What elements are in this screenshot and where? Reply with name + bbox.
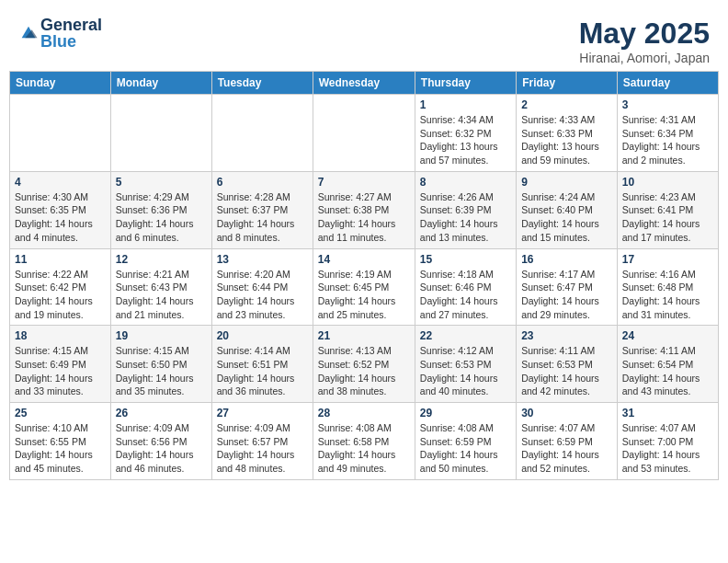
day-number: 4 — [15, 176, 106, 189]
day-cell: 5Sunrise: 4:29 AMSunset: 6:36 PMDaylight… — [110, 171, 211, 248]
day-cell: 4Sunrise: 4:30 AMSunset: 6:35 PMDaylight… — [10, 171, 111, 248]
day-info: Sunrise: 4:14 AMSunset: 6:51 PMDaylight:… — [217, 344, 308, 398]
day-cell: 26Sunrise: 4:09 AMSunset: 6:56 PMDayligh… — [110, 403, 211, 480]
day-number: 21 — [318, 329, 410, 342]
day-cell: 18Sunrise: 4:15 AMSunset: 6:49 PMDayligh… — [10, 326, 111, 403]
day-info: Sunrise: 4:23 AMSunset: 6:41 PMDaylight:… — [622, 190, 713, 245]
page-header: General Blue May 2025 Hiranai, Aomori, J… — [9, 9, 719, 71]
day-number: 31 — [622, 407, 713, 419]
week-row-4: 18Sunrise: 4:15 AMSunset: 6:49 PMDayligh… — [10, 326, 719, 403]
day-info: Sunrise: 4:13 AMSunset: 6:52 PMDaylight:… — [318, 344, 410, 398]
day-number: 26 — [116, 407, 207, 419]
day-number: 6 — [217, 176, 308, 189]
day-cell: 19Sunrise: 4:15 AMSunset: 6:50 PMDayligh… — [110, 326, 211, 403]
header-cell-sunday: Sunday — [10, 72, 111, 95]
day-cell: 15Sunrise: 4:18 AMSunset: 6:46 PMDayligh… — [415, 248, 516, 326]
day-info: Sunrise: 4:08 AMSunset: 6:59 PMDaylight:… — [420, 421, 511, 476]
day-info: Sunrise: 4:16 AMSunset: 6:48 PMDaylight:… — [622, 268, 713, 322]
logo-general-text: General — [40, 17, 102, 33]
day-cell: 14Sunrise: 4:19 AMSunset: 6:45 PMDayligh… — [313, 248, 415, 326]
day-info: Sunrise: 4:27 AMSunset: 6:38 PMDaylight:… — [318, 190, 410, 245]
day-info: Sunrise: 4:19 AMSunset: 6:45 PMDaylight:… — [318, 268, 410, 322]
day-cell: 31Sunrise: 4:07 AMSunset: 7:00 PMDayligh… — [617, 403, 718, 480]
day-number: 16 — [521, 253, 612, 266]
day-cell: 11Sunrise: 4:22 AMSunset: 6:42 PMDayligh… — [10, 248, 111, 326]
day-info: Sunrise: 4:11 AMSunset: 6:53 PMDaylight:… — [521, 344, 612, 398]
day-number: 5 — [116, 176, 207, 189]
day-info: Sunrise: 4:20 AMSunset: 6:44 PMDaylight:… — [217, 268, 308, 322]
day-info: Sunrise: 4:26 AMSunset: 6:39 PMDaylight:… — [420, 190, 511, 245]
day-cell: 24Sunrise: 4:11 AMSunset: 6:54 PMDayligh… — [617, 326, 718, 403]
day-cell: 13Sunrise: 4:20 AMSunset: 6:44 PMDayligh… — [211, 248, 313, 326]
title-block: May 2025 Hiranai, Aomori, Japan — [579, 17, 710, 65]
day-info: Sunrise: 4:09 AMSunset: 6:57 PMDaylight:… — [217, 421, 308, 476]
day-number: 2 — [521, 98, 612, 111]
day-info: Sunrise: 4:18 AMSunset: 6:46 PMDaylight:… — [420, 268, 511, 322]
day-number: 22 — [420, 329, 511, 342]
day-cell: 29Sunrise: 4:08 AMSunset: 6:59 PMDayligh… — [415, 403, 516, 480]
day-info: Sunrise: 4:33 AMSunset: 6:33 PMDaylight:… — [521, 113, 612, 167]
week-row-3: 11Sunrise: 4:22 AMSunset: 6:42 PMDayligh… — [10, 248, 719, 326]
day-info: Sunrise: 4:07 AMSunset: 7:00 PMDaylight:… — [622, 421, 713, 476]
day-number: 3 — [622, 98, 713, 111]
header-row: SundayMondayTuesdayWednesdayThursdayFrid… — [10, 72, 719, 95]
day-cell: 30Sunrise: 4:07 AMSunset: 6:59 PMDayligh… — [517, 403, 618, 480]
day-cell: 7Sunrise: 4:27 AMSunset: 6:38 PMDaylight… — [313, 171, 415, 248]
day-info: Sunrise: 4:09 AMSunset: 6:56 PMDaylight:… — [116, 421, 207, 476]
month-year-title: May 2025 — [579, 17, 710, 51]
day-info: Sunrise: 4:15 AMSunset: 6:50 PMDaylight:… — [116, 344, 207, 398]
day-info: Sunrise: 4:24 AMSunset: 6:40 PMDaylight:… — [521, 190, 612, 245]
calendar-header: SundayMondayTuesdayWednesdayThursdayFrid… — [10, 72, 719, 95]
day-cell: 2Sunrise: 4:33 AMSunset: 6:33 PMDaylight… — [517, 95, 618, 172]
day-cell: 22Sunrise: 4:12 AMSunset: 6:53 PMDayligh… — [415, 326, 516, 403]
day-cell: 3Sunrise: 4:31 AMSunset: 6:34 PMDaylight… — [617, 95, 718, 172]
day-number: 10 — [622, 176, 713, 189]
day-info: Sunrise: 4:11 AMSunset: 6:54 PMDaylight:… — [622, 344, 713, 398]
day-cell: 16Sunrise: 4:17 AMSunset: 6:47 PMDayligh… — [517, 248, 618, 326]
day-number: 7 — [318, 176, 410, 189]
day-cell: 1Sunrise: 4:34 AMSunset: 6:32 PMDaylight… — [415, 95, 516, 172]
day-cell: 6Sunrise: 4:28 AMSunset: 6:37 PMDaylight… — [211, 171, 313, 248]
day-info: Sunrise: 4:17 AMSunset: 6:47 PMDaylight:… — [521, 268, 612, 322]
day-cell: 20Sunrise: 4:14 AMSunset: 6:51 PMDayligh… — [211, 326, 313, 403]
calendar-table: SundayMondayTuesdayWednesdayThursdayFrid… — [9, 71, 719, 480]
day-info: Sunrise: 4:34 AMSunset: 6:32 PMDaylight:… — [420, 113, 511, 167]
day-info: Sunrise: 4:22 AMSunset: 6:42 PMDaylight:… — [15, 268, 106, 322]
header-cell-monday: Monday — [110, 72, 211, 95]
day-number: 29 — [420, 407, 511, 419]
header-cell-thursday: Thursday — [415, 72, 516, 95]
day-number: 9 — [521, 176, 612, 189]
day-info: Sunrise: 4:31 AMSunset: 6:34 PMDaylight:… — [622, 113, 713, 167]
day-number: 13 — [217, 253, 308, 266]
week-row-2: 4Sunrise: 4:30 AMSunset: 6:35 PMDaylight… — [10, 171, 719, 248]
day-info: Sunrise: 4:07 AMSunset: 6:59 PMDaylight:… — [521, 421, 612, 476]
calendar-body: 1Sunrise: 4:34 AMSunset: 6:32 PMDaylight… — [10, 95, 719, 480]
location-subtitle: Hiranai, Aomori, Japan — [579, 51, 710, 65]
header-cell-tuesday: Tuesday — [211, 72, 313, 95]
day-number: 24 — [622, 329, 713, 342]
day-number: 17 — [622, 253, 713, 266]
day-cell: 8Sunrise: 4:26 AMSunset: 6:39 PMDaylight… — [415, 171, 516, 248]
day-number: 30 — [521, 407, 612, 419]
day-cell: 25Sunrise: 4:10 AMSunset: 6:55 PMDayligh… — [10, 403, 111, 480]
day-cell: 9Sunrise: 4:24 AMSunset: 6:40 PMDaylight… — [517, 171, 618, 248]
logo-icon — [18, 23, 39, 43]
day-cell: 21Sunrise: 4:13 AMSunset: 6:52 PMDayligh… — [313, 326, 415, 403]
day-info: Sunrise: 4:29 AMSunset: 6:36 PMDaylight:… — [116, 190, 207, 245]
day-number: 1 — [420, 98, 511, 111]
day-number: 28 — [318, 407, 410, 419]
week-row-1: 1Sunrise: 4:34 AMSunset: 6:32 PMDaylight… — [10, 95, 719, 172]
day-number: 11 — [15, 253, 106, 266]
day-number: 27 — [217, 407, 308, 419]
day-cell: 10Sunrise: 4:23 AMSunset: 6:41 PMDayligh… — [617, 171, 718, 248]
day-info: Sunrise: 4:10 AMSunset: 6:55 PMDaylight:… — [15, 421, 106, 476]
day-cell: 28Sunrise: 4:08 AMSunset: 6:58 PMDayligh… — [313, 403, 415, 480]
day-info: Sunrise: 4:28 AMSunset: 6:37 PMDaylight:… — [217, 190, 308, 245]
day-number: 25 — [15, 407, 106, 419]
day-info: Sunrise: 4:30 AMSunset: 6:35 PMDaylight:… — [15, 190, 106, 245]
day-cell: 27Sunrise: 4:09 AMSunset: 6:57 PMDayligh… — [211, 403, 313, 480]
logo: General Blue — [18, 17, 102, 50]
day-info: Sunrise: 4:08 AMSunset: 6:58 PMDaylight:… — [318, 421, 410, 476]
day-number: 15 — [420, 253, 511, 266]
day-cell: 12Sunrise: 4:21 AMSunset: 6:43 PMDayligh… — [110, 248, 211, 326]
